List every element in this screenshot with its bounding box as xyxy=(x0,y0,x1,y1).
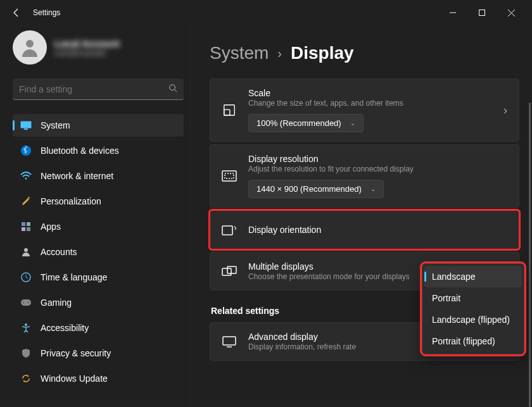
shield-icon xyxy=(20,348,32,359)
card-orientation[interactable]: Display orientation xyxy=(210,210,519,249)
svg-rect-8 xyxy=(24,128,28,130)
sidebar-item-update[interactable]: Windows Update xyxy=(13,367,184,390)
breadcrumb: System › Display xyxy=(210,43,519,63)
svg-point-5 xyxy=(170,84,175,90)
svg-rect-28 xyxy=(227,266,236,273)
chevron-down-icon: ⌄ xyxy=(350,120,355,127)
svg-rect-27 xyxy=(222,268,231,275)
svg-rect-22 xyxy=(224,105,235,116)
multi-display-icon xyxy=(222,266,237,277)
flyout-item-landscape-flipped[interactable]: Landscape (flipped) xyxy=(424,309,522,330)
minimize-button[interactable] xyxy=(438,3,467,23)
svg-rect-26 xyxy=(222,226,232,235)
svg-rect-29 xyxy=(223,337,236,345)
svg-point-19 xyxy=(23,302,24,303)
svg-point-20 xyxy=(28,302,29,303)
svg-rect-25 xyxy=(225,173,234,178)
svg-rect-12 xyxy=(22,222,25,226)
chevron-right-icon: › xyxy=(277,46,282,61)
brush-icon xyxy=(20,196,32,207)
window-controls xyxy=(438,3,526,23)
card-scale[interactable]: Scale Change the size of text, apps, and… xyxy=(210,78,519,142)
display-icon xyxy=(20,120,32,131)
orientation-icon xyxy=(222,224,237,235)
svg-point-10 xyxy=(25,178,27,180)
sidebar-item-label: Time & language xyxy=(41,272,107,282)
breadcrumb-parent[interactable]: System xyxy=(210,43,269,63)
bluetooth-icon xyxy=(20,145,32,156)
flyout-label: Portrait (flipped) xyxy=(432,336,495,346)
card-subtitle: Change the size of text, apps, and other… xyxy=(248,99,492,108)
sidebar: Local Account user@example System Blueto… xyxy=(0,25,190,407)
clock-icon xyxy=(20,272,32,283)
sidebar-item-bluetooth[interactable]: Bluetooth & devices xyxy=(13,139,184,162)
scale-dropdown[interactable]: 100% (Recommended) ⌄ xyxy=(248,114,364,132)
scale-icon xyxy=(222,103,237,117)
sidebar-item-label: Apps xyxy=(41,222,61,232)
accessibility-icon xyxy=(20,322,32,334)
svg-line-6 xyxy=(175,89,177,92)
search-icon xyxy=(168,84,177,95)
monitor-icon xyxy=(222,336,237,348)
page-title: Display xyxy=(291,43,354,63)
app-title: Settings xyxy=(33,8,60,17)
chevron-down-icon: ⌄ xyxy=(370,185,376,192)
close-button[interactable] xyxy=(497,3,526,23)
sidebar-item-label: Gaming xyxy=(41,297,72,308)
card-title: Display orientation xyxy=(248,225,507,235)
svg-point-16 xyxy=(24,248,28,252)
sidebar-item-label: Bluetooth & devices xyxy=(41,146,119,156)
svg-point-21 xyxy=(25,323,27,326)
flyout-item-landscape[interactable]: Landscape xyxy=(424,266,522,287)
user-block[interactable]: Local Account user@example xyxy=(13,25,184,70)
avatar xyxy=(13,30,47,65)
sidebar-item-label: Accounts xyxy=(41,247,77,257)
flyout-item-portrait-flipped[interactable]: Portrait (flipped) xyxy=(424,330,522,352)
sidebar-item-system[interactable]: System xyxy=(13,114,184,137)
content: System › Display Scale Change the size o… xyxy=(190,25,532,407)
user-name-block: Local Account user@example xyxy=(54,38,120,58)
user-email: user@example xyxy=(54,49,120,58)
sidebar-item-label: Accessibility xyxy=(41,323,89,333)
resolution-dropdown[interactable]: 1440 × 900 (Recommended) ⌄ xyxy=(248,180,384,198)
dropdown-value: 100% (Recommended) xyxy=(256,118,341,128)
card-resolution[interactable]: Display resolution Adjust the resolution… xyxy=(210,144,519,208)
gamepad-icon xyxy=(20,297,32,308)
svg-rect-7 xyxy=(21,122,32,128)
card-title: Display resolution xyxy=(248,154,507,164)
sidebar-item-accessibility[interactable]: Accessibility xyxy=(13,316,184,339)
sidebar-item-gaming[interactable]: Gaming xyxy=(13,291,184,314)
svg-rect-23 xyxy=(224,110,230,115)
sidebar-item-label: Network & internet xyxy=(41,171,113,181)
svg-rect-13 xyxy=(27,222,30,226)
card-title: Scale xyxy=(248,88,492,98)
flyout-item-portrait[interactable]: Portrait xyxy=(424,287,522,309)
update-icon xyxy=(20,373,32,384)
dropdown-value: 1440 × 900 (Recommended) xyxy=(256,184,362,194)
sidebar-item-time[interactable]: Time & language xyxy=(13,266,184,289)
search-input[interactable] xyxy=(19,84,168,94)
sidebar-item-apps[interactable]: Apps xyxy=(13,215,184,238)
sidebar-item-label: System xyxy=(41,120,70,130)
titlebar: Settings xyxy=(0,0,532,25)
svg-rect-18 xyxy=(21,299,31,306)
person-icon xyxy=(20,246,32,258)
orientation-flyout: Landscape Portrait Landscape (flipped) P… xyxy=(422,263,524,354)
back-button[interactable] xyxy=(6,3,27,23)
sidebar-item-network[interactable]: Network & internet xyxy=(13,165,184,187)
content-scrollbar[interactable] xyxy=(529,103,531,407)
svg-rect-14 xyxy=(22,227,25,231)
sidebar-item-personalization[interactable]: Personalization xyxy=(13,190,184,213)
nav: System Bluetooth & devices Network & int… xyxy=(13,114,184,390)
search-box[interactable] xyxy=(13,78,184,100)
chevron-right-icon: › xyxy=(504,104,507,117)
flyout-label: Portrait xyxy=(432,293,460,303)
sidebar-item-privacy[interactable]: Privacy & security xyxy=(13,342,184,365)
svg-point-9 xyxy=(21,146,31,156)
sidebar-item-label: Personalization xyxy=(41,196,101,206)
wifi-icon xyxy=(20,170,32,182)
card-subtitle: Adjust the resolution to fit your connec… xyxy=(248,165,507,173)
flyout-label: Landscape (flipped) xyxy=(432,315,510,325)
maximize-button[interactable] xyxy=(467,3,497,23)
sidebar-item-accounts[interactable]: Accounts xyxy=(13,241,184,263)
